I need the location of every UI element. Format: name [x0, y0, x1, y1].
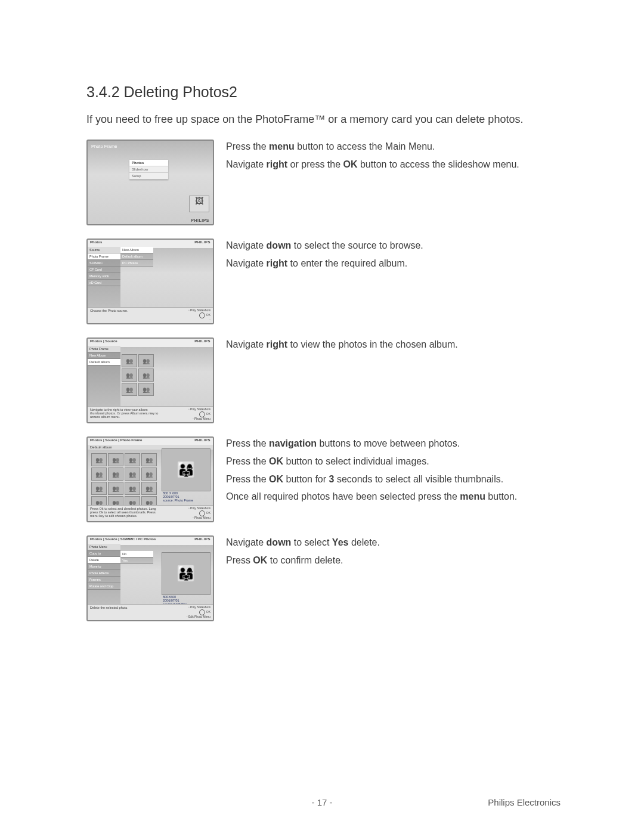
page-number: - 17 - [311, 797, 332, 807]
instruction-line: Press the OK button to select individual… [226, 454, 561, 469]
screenshot: Photo Frame PhotosSlideshowSetup PHILIPS [86, 140, 214, 225]
instruction-line: Press the OK button for 3 seconds to sel… [226, 472, 561, 487]
instruction-text: Navigate down to select the source to br… [214, 239, 561, 274]
instruction-text: Press the menu button to access the Main… [214, 140, 561, 175]
instruction-step: Photo Frame PhotosSlideshowSetup PHILIPS… [86, 140, 561, 225]
instruction-line: Navigate right to enter the required alb… [226, 256, 561, 271]
company-name: Philips Electronics [488, 797, 561, 807]
screenshot: Photos | SourcePHILIPS Photo FrameNew Al… [86, 337, 214, 423]
instruction-line: Once all required photos have been selec… [226, 490, 561, 504]
instruction-line: Navigate right or press the OK button to… [226, 157, 561, 172]
instruction-text: Navigate right to view the photos in the… [214, 337, 561, 355]
instruction-step: Photos | SourcePHILIPS Photo FrameNew Al… [86, 337, 561, 423]
instruction-step: Photos | Source | Photo FramePHILIPS Def… [86, 436, 561, 522]
instruction-text: Press the navigation buttons to move bet… [214, 436, 561, 507]
instruction-line: Press the menu button to access the Main… [226, 140, 561, 154]
intro-text: If you need to free up space on the Phot… [86, 112, 561, 128]
delete-options: NoYes [120, 551, 153, 564]
frame-title: Photo Frame [91, 144, 117, 149]
source-list: SourcePhoto FrameSD/MMCCF CardMemory sti… [88, 247, 120, 310]
screenshot: Photos | Source | SD/MMC / PC PhotosPHIL… [86, 535, 214, 621]
instruction-line: Press the navigation buttons to move bet… [226, 436, 561, 451]
section-heading: 3.4.2 Deleting Photos2 [86, 83, 561, 101]
album-list: New AlbumDefault albumPC Photos [120, 247, 153, 267]
instruction-line: Navigate down to select the source to br… [226, 239, 561, 253]
selected-photo-preview [162, 552, 210, 595]
instruction-step: Photos | Source | SD/MMC / PC PhotosPHIL… [86, 535, 561, 621]
section-number: 3.4.2 [86, 83, 120, 100]
instruction-step: PhotosPHILIPS SourcePhoto FrameSD/MMCCF … [86, 239, 561, 324]
screenshot: PhotosPHILIPS SourcePhoto FrameSD/MMCCF … [86, 239, 214, 324]
instruction-line: Navigate down to select Yes delete. [226, 535, 561, 550]
section-title-text: Deleting Photos2 [124, 83, 237, 100]
brand-logo: PHILIPS [191, 218, 209, 222]
preview-icon [189, 196, 209, 212]
instruction-text: Navigate down to select Yes delete.Press… [214, 535, 561, 571]
photo-menu: Photo MenuCopy toDeleteMove toPhoto Effe… [88, 544, 120, 607]
instruction-line: Navigate right to view the photos in the… [226, 337, 561, 352]
instruction-line: Press OK to confirm delete. [226, 553, 561, 568]
album-list: Photo FrameNew AlbumDefault album [88, 346, 120, 409]
screenshot: Photos | Source | Photo FramePHILIPS Def… [86, 436, 214, 522]
selected-photo-preview [162, 448, 210, 491]
main-menu: PhotosSlideshowSetup [129, 160, 168, 179]
